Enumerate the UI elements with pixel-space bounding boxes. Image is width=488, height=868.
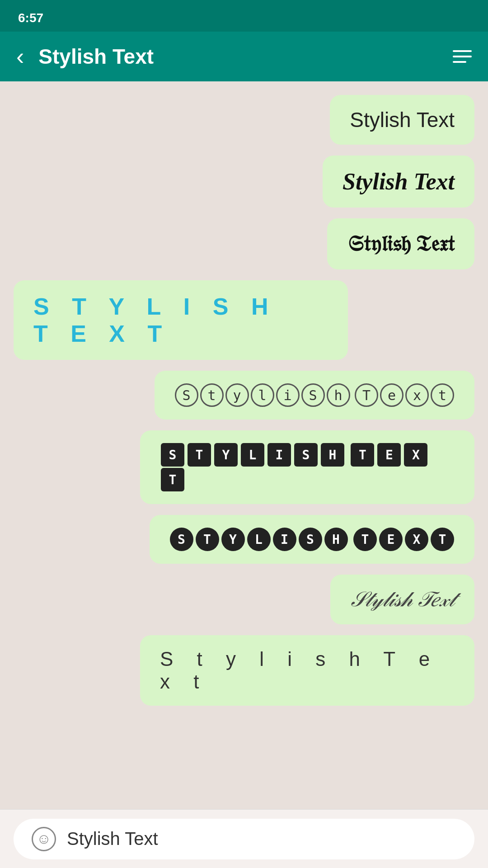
message-text-4: S T Y L I S H T E X T — [33, 293, 305, 347]
message-text-8: 𝒮𝓉𝓎𝓁𝒾𝓈𝒽 𝒯𝑒𝓍𝓉 — [350, 588, 455, 611]
back-button[interactable]: ‹ — [16, 45, 24, 68]
message-text-7: STYLISH TEXT — [169, 528, 455, 551]
message-text-5: StyliSh Text — [174, 383, 455, 407]
emoji-icon-symbol: ☺ — [37, 830, 52, 847]
message-bubble-4[interactable]: S T Y L I S H T E X T — [14, 280, 348, 360]
message-text-6: STYLISH TEXT — [160, 443, 455, 491]
menu-line-1 — [453, 50, 472, 52]
input-text[interactable]: Stylish Text — [67, 829, 158, 849]
menu-line-2 — [453, 56, 472, 57]
message-bubble-9[interactable]: S t y l i s h T e x t — [140, 635, 474, 706]
emoji-button[interactable]: ☺ — [32, 827, 56, 851]
status-bar: 6:57 — [0, 0, 488, 32]
input-bar: ☺ Stylish Text — [0, 809, 488, 868]
menu-line-3 — [453, 61, 466, 63]
message-bubble-5[interactable]: StyliSh Text — [155, 371, 474, 420]
app-title: Stylish Text — [38, 44, 438, 69]
status-time: 6:57 — [18, 11, 43, 25]
message-bubble-6[interactable]: STYLISH TEXT — [140, 430, 474, 504]
message-bubble-8[interactable]: 𝒮𝓉𝓎𝓁𝒾𝓈𝒽 𝒯𝑒𝓍𝓉 — [330, 575, 475, 624]
message-text-1: Stylish Text — [350, 108, 455, 132]
input-inner: ☺ Stylish Text — [14, 819, 474, 859]
message-text-2: Stylish Text — [343, 169, 455, 194]
message-bubble-1[interactable]: Stylish Text — [330, 95, 474, 145]
message-bubble-7[interactable]: STYLISH TEXT — [150, 515, 474, 564]
menu-button[interactable] — [453, 50, 472, 63]
message-bubble-3[interactable]: 𝔖𝔱𝔶𝔩𝔦𝔰𝔥 𝔗𝔢𝔵𝔱 — [327, 218, 474, 269]
message-bubble-2[interactable]: Stylish Text — [323, 156, 474, 208]
chat-area: Stylish Text Stylish Text 𝔖𝔱𝔶𝔩𝔦𝔰𝔥 𝔗𝔢𝔵𝔱 S… — [0, 81, 488, 809]
message-text-9: S t y l i s h T e x t — [160, 648, 439, 693]
message-text-3: 𝔖𝔱𝔶𝔩𝔦𝔰𝔥 𝔗𝔢𝔵𝔱 — [347, 231, 455, 255]
app-bar: ‹ Stylish Text — [0, 32, 488, 81]
